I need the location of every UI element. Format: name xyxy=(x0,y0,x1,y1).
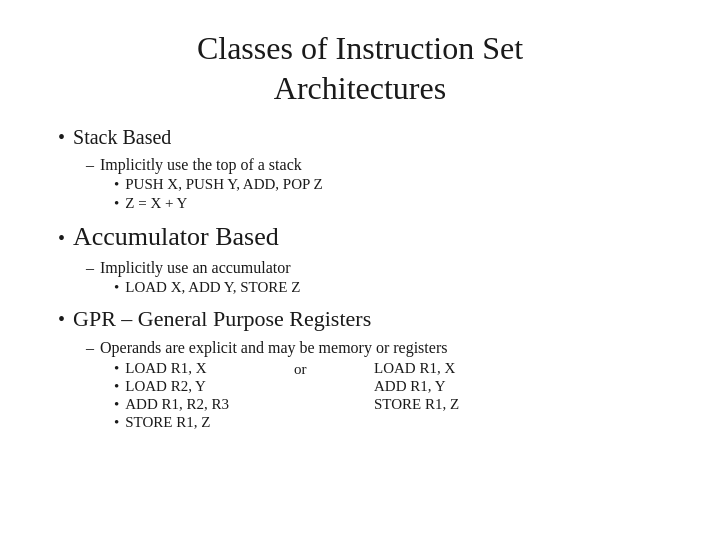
gpr-left-col: • LOAD R1, X • LOAD R2, Y • ADD R1, R2, … xyxy=(114,360,294,431)
bullet-gpr-l4: • xyxy=(114,414,119,431)
bullet-acc-1: • xyxy=(114,279,119,296)
dash-gpr: – xyxy=(86,339,94,357)
gpr-or: or xyxy=(294,360,374,431)
bullet-gpr-l2: • xyxy=(114,378,119,395)
gpr-left-row-3: • ADD R1, R2, R3 xyxy=(114,396,294,413)
gpr-label: GPR – General Purpose Registers xyxy=(73,306,371,332)
bullet-dot-stack: • xyxy=(58,126,65,149)
dash-acc: – xyxy=(86,259,94,277)
bullet-dot-gpr: • xyxy=(58,308,65,331)
gpr-table: • LOAD R1, X • LOAD R2, Y • ADD R1, R2, … xyxy=(58,360,672,431)
slide: Classes of Instruction Set Architectures… xyxy=(0,0,720,540)
gpr-sub-label: Operands are explicit and may be memory … xyxy=(100,339,447,357)
gpr-left-row-4: • STORE R1, Z xyxy=(114,414,294,431)
bullet-stack-2: • xyxy=(114,195,119,212)
acc-sub-heading: – Implicitly use an accumulator xyxy=(58,259,672,277)
stack-label: Stack Based xyxy=(73,126,171,149)
acc-sub-label: Implicitly use an accumulator xyxy=(100,259,291,277)
dash-stack: – xyxy=(86,156,94,174)
gpr-left-row-2: • LOAD R2, Y xyxy=(114,378,294,395)
gpr-sub: – Operands are explicit and may be memor… xyxy=(58,337,672,431)
slide-title: Classes of Instruction Set Architectures xyxy=(48,28,672,108)
stack-sub-label: Implicitly use the top of a stack xyxy=(100,156,302,174)
bullet-gpr-l1: • xyxy=(114,360,119,377)
accumulator-sub: – Implicitly use an accumulator • LOAD X… xyxy=(58,257,672,296)
gpr-sub-heading: – Operands are explicit and may be memor… xyxy=(58,339,672,357)
stack-sub: – Implicitly use the top of a stack • PU… xyxy=(58,154,672,212)
bullet-gpr-l3: • xyxy=(114,396,119,413)
content-area: • Stack Based – Implicitly use the top o… xyxy=(48,126,672,512)
gpr-left-row-1: • LOAD R1, X xyxy=(114,360,294,377)
stack-heading: • Stack Based xyxy=(58,126,672,149)
acc-item-1: • LOAD X, ADD Y, STORE Z xyxy=(58,279,672,296)
gpr-right-row-1: LOAD R1, X xyxy=(374,360,459,377)
bullet-dot-acc: • xyxy=(58,227,65,250)
stack-item-1: • PUSH X, PUSH Y, ADD, POP Z xyxy=(58,176,672,193)
gpr-right-row-3: STORE R1, Z xyxy=(374,396,459,413)
accumulator-label: Accumulator Based xyxy=(73,222,279,252)
section-stack: • Stack Based – Implicitly use the top o… xyxy=(58,126,672,212)
stack-item-2: • Z = X + Y xyxy=(58,195,672,212)
gpr-right-row-2: ADD R1, Y xyxy=(374,378,459,395)
section-accumulator: • Accumulator Based – Implicitly use an … xyxy=(58,222,672,296)
section-gpr: • GPR – General Purpose Registers – Oper… xyxy=(58,306,672,431)
accumulator-heading: • Accumulator Based xyxy=(58,222,672,252)
bullet-stack-1: • xyxy=(114,176,119,193)
gpr-heading: • GPR – General Purpose Registers xyxy=(58,306,672,332)
stack-sub-heading: – Implicitly use the top of a stack xyxy=(58,156,672,174)
gpr-right-col: LOAD R1, X ADD R1, Y STORE R1, Z xyxy=(374,360,459,431)
